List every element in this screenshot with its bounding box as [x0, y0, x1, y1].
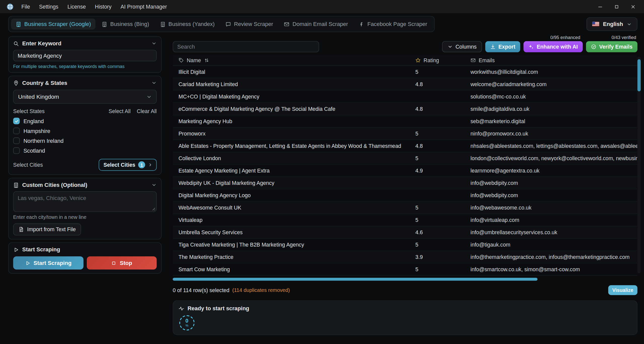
table-row[interactable]: Digital Marketing Agency Logoinfo@webdip…	[173, 189, 637, 202]
import-from-text-file-button[interactable]: Import from Text File	[13, 223, 81, 235]
emails-cell: ninfo@promoworx.co.uk	[470, 130, 637, 137]
states-label: Select States	[13, 108, 45, 115]
state-label: England	[23, 118, 44, 124]
table-row[interactable]: Smart Cow Marketing5info@smartcow.co.uk,…	[173, 263, 637, 276]
name-cell: eCommerce & Digital Marketing Agency @ T…	[178, 106, 415, 112]
tab-business-bing[interactable]: Business (Bing)	[97, 19, 154, 30]
verify-emails-button[interactable]: Verify Emails	[586, 41, 637, 52]
table-row[interactable]: Promoworx5ninfo@promoworx.co.uk	[173, 128, 637, 140]
table-row[interactable]: Marketing Agency Hubseb@marketerio.digit…	[173, 115, 637, 128]
checkbox-icon[interactable]	[13, 147, 20, 154]
name-cell: Smart Cow Marketing	[178, 266, 415, 272]
horizontal-scrollbar[interactable]	[173, 278, 637, 281]
us-flag-icon	[592, 22, 599, 26]
country-card-header[interactable]: Country & States	[13, 80, 157, 86]
building-icon	[13, 182, 19, 188]
checkbox-icon[interactable]	[13, 137, 20, 144]
horizontal-scrollbar-thumb[interactable]	[173, 278, 538, 281]
maximize-button[interactable]	[614, 4, 619, 9]
language-label: English	[603, 21, 623, 27]
table-row[interactable]: Collective London5london@collectiveworld…	[173, 152, 637, 165]
name-cell: Webdipity UK - Digital Marketing Agency	[178, 180, 415, 186]
activity-icon	[178, 305, 184, 311]
vertical-scrollbar[interactable]	[637, 57, 641, 273]
search-icon	[13, 41, 19, 46]
state-checkbox-scotland[interactable]: Scotland	[13, 147, 157, 154]
menu-item-history[interactable]: History	[90, 4, 116, 10]
country-title: Country & States	[22, 80, 67, 86]
stop-button[interactable]: Stop	[87, 256, 157, 269]
menu-item-settings[interactable]: Settings	[34, 4, 63, 10]
table-row[interactable]: Estate Agency Marketing | Agent Extra4.9…	[173, 165, 637, 177]
rating-cell: 4.8	[415, 81, 470, 87]
export-button[interactable]: Export	[485, 41, 520, 52]
state-checkbox-northern-ireland[interactable]: Northern Ireland	[13, 137, 157, 144]
download-icon	[490, 44, 496, 49]
table-row[interactable]: Virtualeap5info@virtualeap.com	[173, 214, 637, 226]
visualize-button[interactable]: Visualize	[608, 285, 637, 295]
tab-domain-email-scraper[interactable]: Domain Email Scraper	[279, 19, 353, 30]
sidebar: Enter Keyword For multiple searches, sep…	[8, 36, 162, 335]
export-button-label: Export	[498, 44, 515, 50]
column-header-name[interactable]: Name	[178, 57, 415, 63]
tab-label: Business (Bing)	[110, 21, 149, 27]
select-cities-button[interactable]: Select Cities 1	[99, 159, 157, 171]
table-row[interactable]: Tiga Creative Marketing | The B2B Market…	[173, 239, 637, 251]
tag-icon	[178, 58, 184, 63]
chevron-down-icon[interactable]	[151, 41, 157, 46]
emails-cell: london@collectiveworld.com, newyork@coll…	[470, 155, 637, 161]
keyword-input[interactable]	[13, 50, 157, 61]
tab-review-scraper[interactable]: Review Scraper	[221, 19, 278, 30]
menu-item-file[interactable]: File	[17, 4, 34, 10]
search-input[interactable]	[173, 41, 319, 52]
name-cell: Digital Marketing Agency Logo	[178, 192, 415, 198]
enhance-with-ai-button[interactable]: Enhance with AI	[523, 41, 583, 52]
rating-cell: 4.6	[415, 229, 470, 235]
cities-row: Select Cities Select Cities 1	[13, 159, 157, 171]
table-row[interactable]: WebAwesome Consult UK5info@webawesome.co…	[173, 202, 637, 214]
check-circle-icon	[591, 44, 596, 49]
minimize-button[interactable]	[597, 4, 603, 9]
keyword-card-header[interactable]: Enter Keyword	[13, 40, 157, 47]
chevron-down-icon[interactable]	[151, 182, 157, 188]
checkbox-icon[interactable]	[13, 128, 20, 134]
table-row[interactable]: Cariad Marketing Limited4.8welcome@caria…	[173, 78, 637, 90]
columns-button[interactable]: Columns	[442, 41, 482, 52]
chevron-down-icon	[447, 44, 452, 49]
custom-cities-header[interactable]: Custom Cities (Optional)	[13, 182, 157, 188]
table-row[interactable]: Able Estates - Property Management, Lett…	[173, 140, 637, 152]
column-header-rating[interactable]: Rating	[415, 57, 470, 63]
column-header-emails[interactable]: Emails	[470, 57, 637, 63]
emails-cell: info@webawesome.co.uk	[470, 204, 637, 211]
tab-facebook-page-scraper[interactable]: Facebook Page Scraper	[354, 19, 432, 30]
table-row[interactable]: Umbrella Security Services4.6info@umbrel…	[173, 226, 637, 239]
menu-item-license[interactable]: License	[63, 4, 90, 10]
custom-cities-textarea[interactable]	[13, 191, 157, 212]
table-row[interactable]: eCommerce & Digital Marketing Agency @ T…	[173, 103, 637, 115]
tab-business-yandex[interactable]: Business (Yandex)	[155, 19, 219, 30]
select-all-link[interactable]: Select All	[109, 108, 131, 115]
table-row[interactable]: Webdipity UK - Digital Marketing Agencyi…	[173, 177, 637, 189]
language-selector[interactable]: English	[587, 17, 637, 31]
close-button[interactable]	[630, 4, 636, 9]
emails-cell: learnmore@agentextra.co.uk	[470, 167, 637, 174]
building-icon	[16, 21, 21, 27]
table-row[interactable]: Illicit Digital5workwithus@illicitdigita…	[173, 66, 637, 78]
checkbox-checked-icon[interactable]	[13, 118, 20, 124]
table-row[interactable]: MC+CO | Digital Maketing Agencysolutions…	[173, 91, 637, 103]
status-card: Ready to start scraping 0 %	[173, 300, 637, 335]
vertical-scrollbar-thumb[interactable]	[637, 59, 641, 91]
state-checkbox-hampshire[interactable]: Hampshire	[13, 128, 157, 134]
chevron-down-icon[interactable]	[151, 80, 157, 86]
progress-unit: %	[185, 324, 188, 328]
mail-icon	[470, 58, 476, 63]
menu-item-ai-prompt-manager[interactable]: AI Prompt Manager	[116, 4, 171, 10]
clear-all-link[interactable]: Clear All	[137, 108, 157, 115]
start-scraping-button[interactable]: Start Scraping	[13, 256, 83, 269]
country-select[interactable]: United Kingdom	[13, 90, 157, 104]
table-row[interactable]: The Marketing Practice3.9info@themarketi…	[173, 251, 637, 263]
tab-business-scraper-google[interactable]: Business Scraper (Google)	[11, 19, 95, 30]
state-checkbox-england[interactable]: England	[13, 118, 157, 124]
verify-button-label: Verify Emails	[599, 44, 632, 50]
sort-icon[interactable]	[204, 58, 209, 63]
